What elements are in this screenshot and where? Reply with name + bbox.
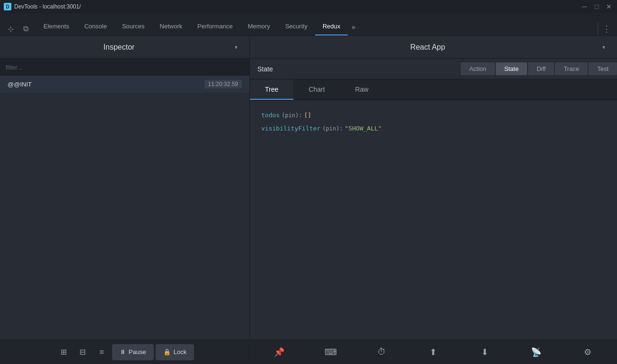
action-name: @@INIT: [8, 81, 204, 88]
device-toggle-button[interactable]: ⧉: [19, 22, 32, 35]
tab-elements[interactable]: Elements: [36, 18, 77, 35]
subtabs-row: Tree Chart Raw: [250, 79, 617, 100]
tab-memory[interactable]: Memory: [240, 18, 278, 35]
tab-trace[interactable]: Trace: [555, 62, 588, 75]
window-title: DevTools - localhost:3001/: [14, 3, 580, 10]
app-header: React App ▾: [250, 36, 617, 58]
toolbar-left: ⊹ ⧉: [4, 22, 32, 35]
state-label: State: [257, 65, 273, 73]
visibility-key: visibilityFilter: [261, 123, 320, 134]
state-tabs-row: State Action State Diff Trace Test: [250, 59, 617, 79]
tab-test[interactable]: Test: [589, 62, 617, 75]
tab-security[interactable]: Security: [278, 18, 315, 35]
tab-state[interactable]: State: [496, 62, 527, 75]
tab-diff[interactable]: Diff: [528, 62, 554, 75]
visibility-value: "SHOW_ALL": [345, 123, 382, 134]
action-item[interactable]: @@INIT 11:20:32.59: [0, 76, 249, 93]
main-content: @@INIT 11:20:32.59 State Action State Di…: [0, 59, 617, 339]
todos-value: []: [304, 110, 312, 121]
filter-input[interactable]: [0, 59, 249, 76]
inspector-dropdown-button[interactable]: ▾: [230, 42, 242, 53]
app-dropdown-button[interactable]: ▾: [598, 42, 609, 53]
pin-icon[interactable]: 📌: [270, 343, 289, 362]
tab-sources[interactable]: Sources: [115, 18, 152, 35]
state-tab-buttons: Action State Diff Trace Test: [461, 62, 617, 75]
download-icon[interactable]: ⬇: [476, 343, 494, 362]
lock-icon: 🔒: [163, 348, 171, 355]
keyboard-icon[interactable]: ⌨: [321, 343, 340, 362]
tab-bar-end: ⋮: [598, 22, 613, 35]
lock-button[interactable]: 🔒 Lock: [156, 344, 194, 360]
inspector-title: Inspector: [8, 43, 230, 52]
title-bar: D DevTools - localhost:3001/ ─ □ ✕: [0, 0, 617, 13]
lock-label: Lock: [174, 348, 186, 355]
grid-medium-icon[interactable]: ⊟: [74, 344, 91, 361]
devtools-icon: D: [4, 3, 11, 10]
right-panel: State Action State Diff Trace Test Tree …: [250, 59, 617, 339]
upload-icon[interactable]: ⬆: [424, 343, 443, 362]
close-button[interactable]: ✕: [605, 2, 613, 11]
grid-small-icon[interactable]: ⊞: [55, 344, 72, 361]
maximize-button[interactable]: □: [592, 2, 601, 11]
tab-redux[interactable]: Redux: [315, 18, 348, 35]
signal-icon[interactable]: 📡: [527, 343, 546, 362]
tab-bar: ⊹ ⧉ Elements Console Sources Network Per…: [0, 13, 617, 36]
subtab-tree[interactable]: Tree: [250, 79, 293, 100]
more-options-button[interactable]: ⋮: [600, 22, 613, 35]
bottom-bar: ⊞ ⊟ ≡ ⏸ Pause 🔒 Lock 📌 ⌨ ⏱ ⬆ ⬇ 📡 ⚙: [0, 339, 617, 364]
left-panel: @@INIT 11:20:32.59: [0, 59, 250, 339]
state-content: todos (pin): [] visibilityFilter (pin): …: [250, 100, 617, 339]
visibility-annotation: (pin):: [322, 124, 343, 134]
tab-network[interactable]: Network: [152, 18, 190, 35]
subtab-chart[interactable]: Chart: [293, 79, 340, 100]
minimize-button[interactable]: ─: [580, 2, 589, 11]
timer-icon[interactable]: ⏱: [372, 343, 391, 362]
todos-annotation: (pin):: [282, 111, 302, 121]
tab-console[interactable]: Console: [77, 18, 115, 35]
action-list: @@INIT 11:20:32.59: [0, 76, 249, 339]
state-line-todos: todos (pin): []: [261, 110, 606, 121]
bottom-right-section: 📌 ⌨ ⏱ ⬆ ⬇ 📡 ⚙: [250, 343, 617, 362]
inspect-element-button[interactable]: ⊹: [4, 22, 17, 35]
window-controls: ─ □ ✕: [580, 2, 613, 11]
pause-button[interactable]: ⏸ Pause: [112, 344, 154, 360]
app-title: React App: [257, 43, 598, 52]
more-tabs-button[interactable]: »: [348, 18, 359, 35]
settings-icon[interactable]: ⚙: [578, 343, 597, 362]
tab-performance[interactable]: Performance: [190, 18, 240, 35]
subtab-raw[interactable]: Raw: [340, 79, 384, 100]
main-tabs: Elements Console Sources Network Perform…: [36, 18, 598, 35]
inspector-header: Inspector ▾: [0, 36, 250, 58]
todos-key: todos: [261, 110, 280, 121]
bottom-left-section: ⊞ ⊟ ≡ ⏸ Pause 🔒 Lock: [0, 344, 250, 361]
pause-label: Pause: [129, 348, 146, 355]
state-line-visibility: visibilityFilter (pin): "SHOW_ALL": [261, 123, 606, 134]
pause-icon: ⏸: [120, 348, 126, 355]
action-time: 11:20:32.59: [204, 80, 242, 88]
tab-action[interactable]: Action: [461, 62, 495, 75]
header-bar: Inspector ▾ React App ▾: [0, 36, 617, 59]
list-icon[interactable]: ≡: [93, 344, 110, 361]
